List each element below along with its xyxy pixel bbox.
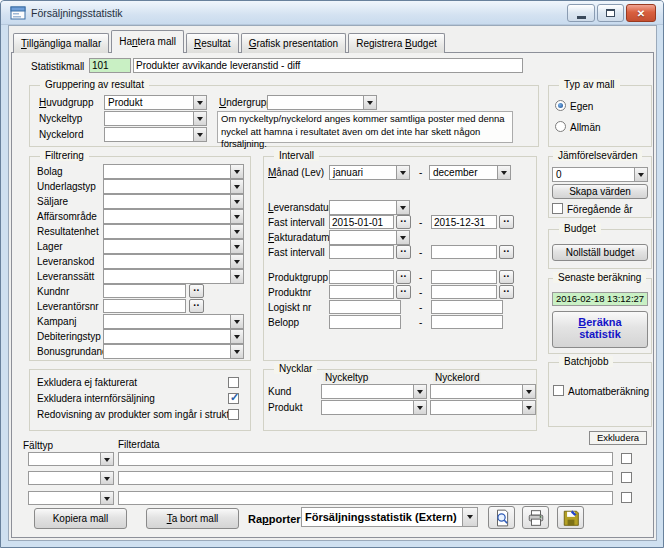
chevron-down-icon[interactable] <box>230 330 243 343</box>
exkludera-internforsaljning-checkbox[interactable] <box>228 393 239 404</box>
tab-tillgangliga-mallar[interactable]: Tillgängliga mallar <box>13 33 109 53</box>
chevron-down-icon[interactable] <box>230 270 243 283</box>
fast-intervall-fakt-from-field[interactable] <box>329 245 394 259</box>
affarsomrade-combobox[interactable] <box>103 209 244 224</box>
produkt-nyckelord-combobox[interactable] <box>430 400 536 415</box>
chevron-down-icon[interactable] <box>522 401 535 414</box>
chevron-down-icon[interactable] <box>230 240 243 253</box>
automatberakning-label[interactable]: Automatberäkning <box>568 386 649 397</box>
foregaende-ar-label[interactable]: Föregående år <box>567 204 633 215</box>
maximize-button[interactable] <box>597 4 624 22</box>
produktgrupp-to-field[interactable] <box>431 270 497 284</box>
filterdata-exclude-checkbox-3[interactable] <box>621 492 632 503</box>
fast-intervall-fakt-to-browse[interactable]: ·· <box>499 245 514 259</box>
preview-button[interactable] <box>488 506 515 529</box>
chevron-down-icon[interactable] <box>413 401 426 414</box>
tab-resultat[interactable]: Resultat <box>186 33 239 53</box>
falttyp-combobox-1[interactable] <box>28 452 114 466</box>
jamforelsevarden-combobox[interactable]: 0 <box>552 167 648 182</box>
kundnr-browse-button[interactable]: ·· <box>189 284 204 298</box>
chevron-down-icon[interactable] <box>230 195 243 208</box>
saljare-combobox[interactable] <box>103 194 244 209</box>
produkt-nyckeltyp-combobox[interactable] <box>321 400 427 415</box>
skapa-varden-button[interactable]: Skapa värden <box>552 184 648 199</box>
undergrupp-combobox[interactable] <box>267 95 377 110</box>
nyckelord-combobox[interactable] <box>104 127 207 142</box>
leverantorsnr-field[interactable] <box>103 299 186 313</box>
produktnr-to-field[interactable] <box>431 285 497 299</box>
produktgrupp-from-field[interactable] <box>329 270 394 284</box>
tab-grafisk-presentation[interactable]: Grafisk presentation <box>241 33 347 53</box>
fast-intervall-fakt-from-browse[interactable]: ·· <box>396 245 411 259</box>
rapporter-combobox[interactable]: Försäljningsstatistik (Extern) <box>301 507 478 527</box>
chevron-down-icon[interactable] <box>396 201 409 214</box>
debiteringstyp-combobox[interactable] <box>103 329 244 344</box>
chevron-down-icon[interactable] <box>522 385 535 398</box>
chevron-down-icon[interactable] <box>230 180 243 193</box>
chevron-down-icon[interactable] <box>230 315 243 328</box>
exkludera-ej-fakturerat-checkbox[interactable] <box>228 377 239 388</box>
kampanj-combobox[interactable] <box>103 314 244 329</box>
filterdata-field-2[interactable] <box>118 471 613 485</box>
filterdata-field-3[interactable] <box>118 491 613 505</box>
chevron-down-icon[interactable] <box>413 385 426 398</box>
foregaende-ar-checkbox[interactable] <box>552 203 563 214</box>
fast-intervall-lev-from-field[interactable] <box>329 215 394 229</box>
chevron-down-icon[interactable] <box>193 128 206 141</box>
produktnr-from-field[interactable] <box>329 285 394 299</box>
ta-bort-mall-button[interactable]: Ta bort mall <box>146 508 239 529</box>
falttyp-combobox-3[interactable] <box>28 491 114 505</box>
redovisning-struktur-checkbox[interactable] <box>228 409 239 420</box>
belopp-from-field[interactable] <box>329 315 401 329</box>
chevron-down-icon[interactable] <box>100 472 113 484</box>
bonusgrundande-combobox[interactable] <box>103 344 244 359</box>
chevron-down-icon[interactable] <box>396 231 409 244</box>
fast-intervall-fakt-to-field[interactable] <box>431 245 497 259</box>
chevron-down-icon[interactable] <box>634 168 647 181</box>
filterdata-exclude-checkbox-1[interactable] <box>621 453 632 464</box>
filterdata-exclude-checkbox-2[interactable] <box>621 472 632 483</box>
minimize-button[interactable] <box>567 4 595 22</box>
chevron-down-icon[interactable] <box>363 96 376 109</box>
bolag-combobox[interactable] <box>103 164 244 179</box>
fast-intervall-lev-to-browse[interactable]: ·· <box>499 215 514 229</box>
redovisning-struktur-label[interactable]: Redovisning av produkter som ingår i str… <box>37 409 238 420</box>
chevron-down-icon[interactable] <box>230 345 243 358</box>
save-button[interactable] <box>557 506 584 529</box>
falttyp-combobox-2[interactable] <box>28 471 114 485</box>
chevron-down-icon[interactable] <box>462 508 477 526</box>
exkludera-ej-fakturerat-label[interactable]: Exkludera ej fakturerat <box>37 377 137 388</box>
fast-intervall-lev-to-field[interactable] <box>431 215 497 229</box>
chevron-down-icon[interactable] <box>230 255 243 268</box>
logiskt-nr-from-field[interactable] <box>329 300 401 314</box>
kund-nyckelord-combobox[interactable] <box>430 384 536 399</box>
underlagstyp-combobox[interactable] <box>103 179 244 194</box>
chevron-down-icon[interactable] <box>100 453 113 465</box>
leveranssatt-combobox[interactable] <box>103 269 244 284</box>
automatberakning-checkbox[interactable] <box>553 385 564 396</box>
kund-nyckeltyp-combobox[interactable] <box>321 384 427 399</box>
produktnr-to-browse[interactable]: ·· <box>499 285 514 299</box>
chevron-down-icon[interactable] <box>193 96 206 109</box>
fakturadatum-combobox[interactable] <box>329 230 410 245</box>
belopp-to-field[interactable] <box>431 315 503 329</box>
manad-to-combobox[interactable]: december <box>429 165 511 180</box>
statistikmall-id-field[interactable] <box>89 58 131 73</box>
print-button[interactable] <box>522 506 549 529</box>
chevron-down-icon[interactable] <box>193 112 206 125</box>
produktnr-from-browse[interactable]: ·· <box>396 285 411 299</box>
manad-from-combobox[interactable]: januari <box>329 165 410 180</box>
filterdata-field-1[interactable] <box>118 452 613 466</box>
exkludera-internforsaljning-label[interactable]: Exkludera internförsäljning <box>37 393 155 404</box>
resultatenhet-combobox[interactable] <box>103 224 244 239</box>
radio-allman-label[interactable]: Allmän <box>570 122 601 133</box>
close-button[interactable]: ✕ <box>626 4 656 22</box>
leveranskod-combobox[interactable] <box>103 254 244 269</box>
berakna-statistik-button[interactable]: Beräkna statistik <box>552 311 648 348</box>
nollstall-budget-button[interactable]: Nollställ budget <box>552 244 648 261</box>
chevron-down-icon[interactable] <box>497 166 510 179</box>
chevron-down-icon[interactable] <box>230 165 243 178</box>
leverantorsnr-browse-button[interactable]: ·· <box>189 299 204 313</box>
produktgrupp-to-browse[interactable]: ·· <box>499 270 514 284</box>
nyckeltyp-combobox[interactable] <box>104 111 207 126</box>
